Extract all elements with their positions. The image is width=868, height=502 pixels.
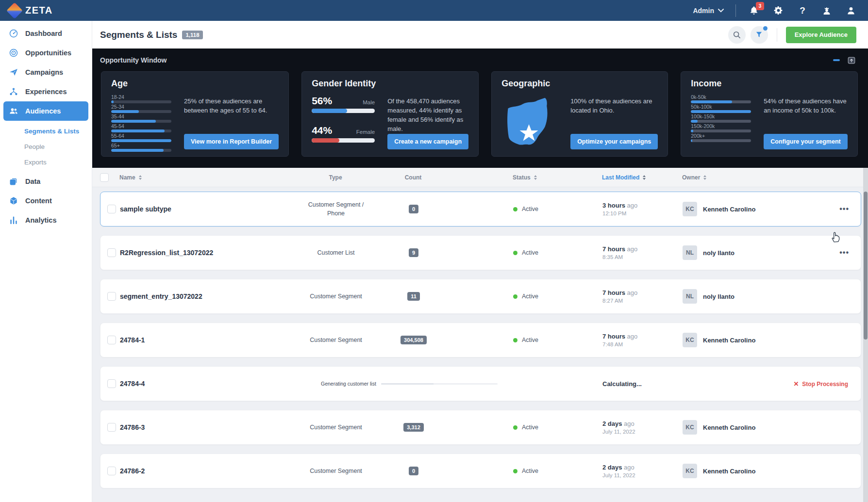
male-bar-track	[312, 109, 375, 113]
configure-segment-button[interactable]: Configure your segment	[764, 134, 847, 149]
table-row-generating[interactable]: 24784-4 Generating customer list Calcula…	[100, 366, 861, 401]
age-bar-label: 18-24	[111, 94, 171, 100]
optimize-campaigns-button[interactable]: Optimize your campaigns	[570, 134, 658, 149]
explore-audience-button[interactable]: Explore Audience	[786, 27, 856, 43]
income-bar-fill	[691, 139, 692, 142]
profile-button[interactable]	[845, 4, 857, 17]
settings-button[interactable]	[772, 4, 785, 17]
status-label: Active	[522, 468, 538, 474]
main-content: Segments & Lists 1,118 Explore Audience …	[92, 21, 868, 502]
status-label: Active	[522, 424, 538, 431]
sidebar-subitem-exports[interactable]: Exports	[0, 154, 92, 170]
vertical-scrollbar[interactable]	[863, 168, 868, 502]
sidebar-item-audiences[interactable]: Audiences	[3, 101, 88, 121]
owner-avatar: NL	[683, 245, 697, 260]
age-card-title: Age	[111, 79, 279, 89]
scrollbar-thumb[interactable]	[864, 192, 868, 340]
filter-button[interactable]	[751, 26, 768, 44]
age-bar-fill	[111, 130, 165, 132]
sidebar-item-label: Analytics	[25, 216, 56, 224]
target-icon	[9, 48, 18, 58]
notifications-button[interactable]: 3	[748, 4, 760, 17]
row-checkbox[interactable]	[107, 248, 116, 257]
report-builder-button[interactable]: View more in Report Builder	[184, 134, 279, 149]
age-bar-label: 35-44	[111, 113, 171, 119]
popout-icon[interactable]	[847, 55, 856, 65]
sidebar-item-label: Data	[25, 178, 40, 185]
stop-processing-button[interactable]: ✕ Stop Processing	[793, 380, 848, 388]
admin-user-button[interactable]	[820, 4, 833, 17]
generating-progress-bar	[381, 383, 498, 385]
sidebar-item-dashboard[interactable]: Dashboard	[0, 24, 92, 43]
row-count-badge: 0	[409, 467, 418, 475]
age-bar-track	[111, 130, 171, 132]
row-checkbox[interactable]	[107, 423, 116, 432]
status-dot	[513, 425, 517, 430]
sidebar-item-experiences[interactable]: Experiences	[0, 82, 92, 101]
sidebar-subitem-segments-lists[interactable]: Segments & Lists	[0, 123, 92, 139]
table-row[interactable]: segment_entry_13072022 Customer Segment …	[100, 279, 861, 314]
search-icon	[733, 31, 741, 39]
row-name: segment_entry_13072022	[120, 292, 202, 300]
sort-icon	[138, 175, 142, 180]
dashboard-icon	[9, 29, 18, 38]
brand-name: ZETA	[25, 5, 53, 16]
row-checkbox[interactable]	[107, 205, 116, 213]
sidebar-item-campaigns[interactable]: Campaigns	[0, 63, 92, 82]
table-row[interactable]: 24786-3 Customer Segment 3,312 Active 2 …	[100, 410, 861, 445]
row-name: 24784-4	[120, 380, 145, 388]
column-header-count[interactable]: Count	[405, 174, 422, 181]
row-count-badge: 11	[407, 292, 420, 301]
status-dot	[513, 338, 517, 342]
income-bar-label: 100k-150k	[691, 113, 751, 119]
row-checkbox[interactable]	[107, 292, 116, 301]
owner-avatar: NL	[683, 289, 697, 304]
minimize-icon[interactable]	[833, 59, 840, 61]
table-row[interactable]: sample subtype Customer Segment / Phone …	[100, 192, 861, 227]
sidebar-item-label: Audiences	[25, 107, 61, 115]
admin-dropdown[interactable]: Admin	[693, 7, 724, 15]
select-all-checkbox[interactable]	[100, 173, 109, 182]
owner-name: Kenneth Carolino	[703, 337, 755, 344]
row-menu-button[interactable]	[839, 207, 849, 211]
age-bar-fill	[111, 110, 139, 113]
sidebar-item-content[interactable]: Content	[0, 191, 92, 211]
row-menu-button[interactable]	[839, 250, 849, 255]
help-button[interactable]: ?	[796, 4, 809, 17]
row-checkbox[interactable]	[107, 336, 116, 344]
zeta-logo[interactable]: ZETA	[9, 5, 53, 16]
income-bar-fill	[691, 110, 751, 113]
status-dot	[513, 469, 517, 473]
row-name: sample subtype	[120, 205, 171, 213]
row-type: Customer Segment	[310, 292, 362, 301]
status-label: Active	[522, 293, 538, 300]
table-row[interactable]: R2Regression_list_13072022 Customer List…	[100, 235, 861, 270]
sidebar-subitem-people[interactable]: People	[0, 139, 92, 154]
create-campaign-button[interactable]: Create a new campaign	[387, 134, 468, 149]
admin-label: Admin	[693, 7, 714, 15]
column-header-status[interactable]: Status	[513, 174, 537, 181]
total-count-badge: 1,118	[182, 31, 202, 39]
sidebar-item-data[interactable]: Data	[0, 172, 92, 191]
row-checkbox[interactable]	[107, 467, 116, 475]
sidebar: Dashboard Opportunities Campaigns Experi…	[0, 21, 92, 502]
row-checkbox[interactable]	[107, 379, 116, 388]
sort-icon	[642, 175, 646, 180]
column-header-owner[interactable]: Owner	[682, 174, 707, 181]
column-header-last-modified[interactable]: Last Modified	[602, 174, 646, 181]
search-button[interactable]	[728, 26, 746, 44]
sidebar-item-opportunities[interactable]: Opportunities	[0, 43, 92, 63]
opportunity-window-title: Opportunity Window	[100, 56, 167, 64]
column-header-type[interactable]: Type	[329, 174, 342, 181]
row-name: R2Regression_list_13072022	[120, 249, 213, 257]
status-dot	[513, 251, 517, 255]
age-bar-track	[111, 120, 171, 123]
income-bar-track	[691, 110, 751, 113]
age-bar-label: 45-54	[111, 123, 171, 129]
sidebar-item-analytics[interactable]: Analytics	[0, 211, 92, 230]
table-row[interactable]: 24786-2 Customer Segment 0 Active 2 days…	[100, 453, 861, 488]
status-label: Active	[522, 249, 538, 256]
column-header-name[interactable]: Name	[119, 174, 142, 181]
table-row[interactable]: 24784-1 Customer Segment 304,508 Active …	[100, 323, 861, 357]
female-bar-fill	[312, 138, 339, 143]
